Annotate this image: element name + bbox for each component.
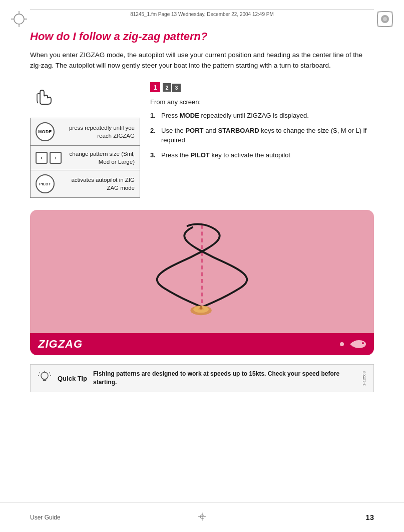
corner-mark-tr [376, 10, 394, 28]
mode-key-badge: MODE [36, 122, 55, 141]
step-num-3: 3. [150, 150, 158, 160]
svg-line-23 [40, 372, 41, 373]
footer: User Guide 13 [0, 502, 404, 532]
pilot-key-badge: PILOT [36, 174, 55, 193]
zigzag-path-svg [38, 218, 366, 338]
step-text-1: Press MODE repeatedly until ZIGZAG is di… [161, 111, 374, 121]
step-text-2: Use the PORT and STARBOARD keys to chang… [161, 126, 374, 145]
footer-user-guide-label: User Guide [30, 514, 61, 521]
step-item-2: 2. Use the PORT and STARBOARD keys to ch… [150, 126, 374, 145]
arrows-step-desc: change pattern size (Sml, Med or Large) [67, 150, 135, 166]
pilot-step-desc: activates autopilot in ZIG ZAG mode [60, 176, 135, 192]
lightbulb-icon [38, 370, 52, 387]
svg-line-24 [49, 372, 50, 373]
svg-point-19 [352, 340, 366, 348]
svg-rect-18 [200, 306, 202, 310]
device-display: ZIGZAG [30, 210, 374, 355]
step-text-3: Press the PILOT key to activate the auto… [161, 150, 374, 160]
intro-paragraph: When you enter ZIGZAG mode, the autopilo… [30, 50, 370, 71]
quick-tip-label: Quick Tip [58, 375, 87, 382]
step-row-mode: MODE press repeatedly until you reach ZI… [31, 118, 140, 146]
svg-rect-14 [38, 220, 366, 336]
num-badge-row: 1 2 3 [150, 82, 374, 92]
header-meta: 81245_1.fm Page 13 Wednesday, December 2… [30, 9, 374, 17]
step-item-3: 3. Press the PILOT key to activate the a… [150, 150, 374, 160]
main-content: How do I follow a zig-zag pattern? When … [30, 30, 374, 497]
step-item-1: 1. Press MODE repeatedly until ZIGZAG is… [150, 111, 374, 121]
left-arrow-key: ‹ [36, 152, 48, 164]
right-arrow-key: › [50, 152, 62, 164]
zigzag-mode-label: ZIGZAG [38, 338, 83, 351]
step-num-badge-3: 3 [172, 84, 181, 92]
corner-mark-tl [10, 10, 28, 28]
step-row-arrows: ‹ › change pattern size (Sml, Med or Lar… [31, 146, 140, 170]
step-num-badge-2: 2 [163, 83, 171, 92]
vertical-id-text: 1-12503 [362, 371, 366, 386]
from-screen-label: From any screen: [150, 98, 374, 106]
device-screen [38, 218, 366, 338]
instructions-row: MODE press repeatedly until you reach ZI… [30, 82, 374, 198]
quick-tip-text: Fishing patterns are designed to work at… [93, 370, 356, 387]
finger-pointing-icon [30, 82, 55, 112]
step-num-2: 2. [150, 126, 158, 145]
boat-icon [190, 306, 211, 315]
svg-point-6 [383, 17, 387, 21]
step-num-1: 1. [150, 111, 158, 121]
step-num-badge-1: 1 [150, 82, 160, 92]
fish-icon-area [340, 338, 366, 351]
footer-center-mark [197, 511, 207, 521]
steps-table: MODE press repeatedly until you reach ZI… [30, 118, 140, 198]
right-panel: 1 2 3 From any screen: 1. Press MODE rep… [150, 82, 374, 165]
numbered-steps-list: 1. Press MODE repeatedly until ZIGZAG is… [150, 111, 374, 160]
footer-page-number: 13 [365, 513, 374, 521]
page-title: How do I follow a zig-zag pattern? [30, 30, 374, 43]
svg-point-21 [41, 372, 48, 379]
device-bottom-bar: ZIGZAG [30, 333, 374, 355]
arrow-keys: ‹ › [36, 152, 62, 164]
fish-icon [348, 338, 366, 351]
quick-tip-box: Quick Tip Fishing patterns are designed … [30, 364, 374, 392]
step-row-pilot: PILOT activates autopilot in ZIG ZAG mod… [31, 170, 140, 197]
svg-point-0 [14, 14, 24, 24]
mode-step-desc: press repeatedly until you reach ZIGZAG [60, 124, 135, 140]
svg-point-20 [362, 342, 364, 344]
left-panel: MODE press repeatedly until you reach ZI… [30, 82, 140, 198]
dot-indicator [340, 342, 344, 346]
